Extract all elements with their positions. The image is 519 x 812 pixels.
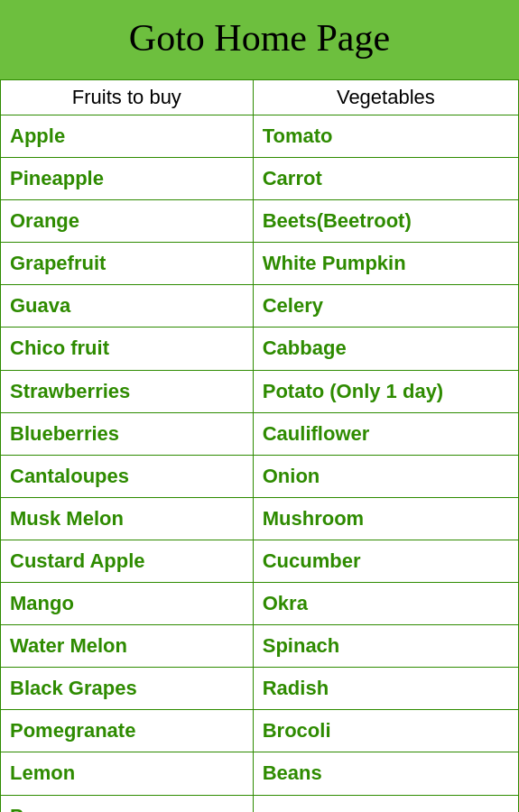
fruit-cell: Apple bbox=[1, 115, 254, 158]
list-item: Musk Melon bbox=[10, 503, 244, 534]
fruits-header: Fruits to buy bbox=[1, 80, 254, 115]
vegetable-cell: Cabbage bbox=[253, 328, 518, 370]
main-table: Fruits to buy Vegetables AppleTomatoPine… bbox=[0, 79, 519, 812]
list-item: Blueberries bbox=[10, 419, 244, 449]
vegetable-cell bbox=[253, 795, 518, 812]
fruit-cell: Chico fruit bbox=[1, 328, 254, 370]
vegetable-cell: Cauliflower bbox=[253, 412, 518, 455]
fruit-cell: Lemon bbox=[1, 752, 254, 795]
vegetable-cell: White Pumpkin bbox=[253, 243, 518, 285]
page-title: Goto Home Page bbox=[9, 16, 510, 60]
list-item: Cantaloupes bbox=[10, 461, 244, 492]
vegetable-cell: Potato (Only 1 day) bbox=[253, 370, 518, 412]
vegetable-cell: Carrot bbox=[253, 158, 518, 200]
list-item: Cauliflower bbox=[263, 419, 509, 449]
fruit-cell: Cantaloupes bbox=[1, 455, 254, 497]
list-item: Strawberries bbox=[10, 376, 244, 407]
list-item: Radish bbox=[263, 673, 509, 704]
fruit-cell: Water Melon bbox=[1, 625, 254, 668]
vegetable-cell: Okra bbox=[253, 583, 518, 625]
list-item: Mango bbox=[10, 588, 244, 619]
vegetable-cell: Onion bbox=[253, 455, 518, 497]
list-item: Pineapple bbox=[10, 163, 244, 194]
vegetable-cell: Tomato bbox=[253, 115, 518, 158]
vegetable-cell: Cucumber bbox=[253, 540, 518, 582]
fruit-cell: Custard Apple bbox=[1, 540, 254, 582]
fruit-cell: Mango bbox=[1, 583, 254, 625]
vegetable-cell: Spinach bbox=[253, 625, 518, 668]
list-item: Lemon bbox=[10, 758, 244, 789]
vegetable-cell: Beans bbox=[253, 752, 518, 795]
fruit-cell: Grapefruit bbox=[1, 243, 254, 285]
list-item: Pomegranate bbox=[10, 715, 244, 746]
list-item: Guava bbox=[10, 291, 244, 321]
list-item: Black Grapes bbox=[10, 673, 244, 704]
fruit-cell: Black Grapes bbox=[1, 668, 254, 710]
list-item: Chico fruit bbox=[10, 333, 244, 364]
list-item: Cucumber bbox=[263, 546, 509, 577]
list-item: Brocoli bbox=[263, 715, 509, 746]
list-item: Papaya bbox=[10, 801, 244, 813]
list-item: Celery bbox=[263, 291, 509, 321]
vegetable-cell: Beets(Beetroot) bbox=[253, 200, 518, 243]
vegetable-cell: Celery bbox=[253, 285, 518, 328]
fruit-cell: Strawberries bbox=[1, 370, 254, 412]
list-item: Beans bbox=[263, 758, 509, 789]
vegetable-cell: Brocoli bbox=[253, 710, 518, 752]
list-item: Potato (Only 1 day) bbox=[263, 376, 509, 407]
page-header: Goto Home Page bbox=[0, 0, 519, 79]
list-item: Custard Apple bbox=[10, 546, 244, 577]
fruit-cell: Musk Melon bbox=[1, 497, 254, 540]
list-item: Beets(Beetroot) bbox=[263, 206, 509, 236]
list-item: Spinach bbox=[263, 631, 509, 661]
fruit-cell: Pineapple bbox=[1, 158, 254, 200]
fruit-cell: Pomegranate bbox=[1, 710, 254, 752]
list-item: Onion bbox=[263, 461, 509, 492]
vegetable-cell: Radish bbox=[253, 668, 518, 710]
fruit-cell: Papaya bbox=[1, 795, 254, 812]
vegetables-header: Vegetables bbox=[253, 80, 518, 115]
list-item: Orange bbox=[10, 206, 244, 236]
list-item: Okra bbox=[263, 588, 509, 619]
fruit-cell: Guava bbox=[1, 285, 254, 328]
list-item: Grapefruit bbox=[10, 248, 244, 279]
list-item: Water Melon bbox=[10, 631, 244, 661]
list-item: Apple bbox=[10, 121, 244, 152]
list-item: Cabbage bbox=[263, 333, 509, 364]
list-item: Mushroom bbox=[263, 503, 509, 534]
vegetable-cell: Mushroom bbox=[253, 497, 518, 540]
list-item: Carrot bbox=[263, 163, 509, 194]
fruit-cell: Orange bbox=[1, 200, 254, 243]
list-item: White Pumpkin bbox=[263, 248, 509, 279]
list-item: Tomato bbox=[263, 121, 509, 152]
fruit-cell: Blueberries bbox=[1, 412, 254, 455]
